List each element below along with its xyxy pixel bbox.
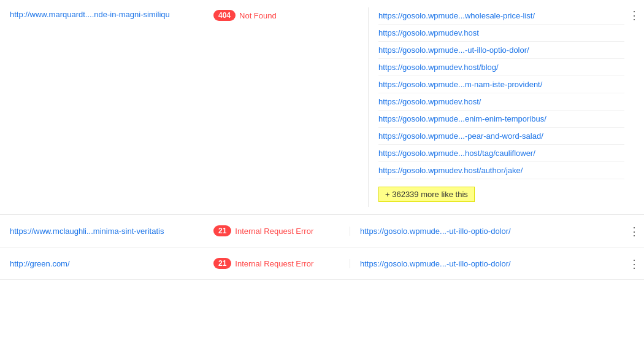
link-url[interactable]: https://gosolo.wpmudev.host/author/jake/ (378, 166, 523, 175)
kebab-menu-button[interactable]: ⋮ (626, 225, 643, 238)
row-url[interactable]: http://www.marquardt....nde-in-magni-sim… (10, 10, 170, 19)
link-item: https://gosolo.wpmude...host/tag/caulifl… (378, 145, 624, 162)
link-item: https://gosolo.wpmude...-ut-illo-optio-d… (378, 42, 624, 59)
left-section: http://www.marquardt....nde-in-magni-sim… (0, 7, 368, 23)
link-section: https://gosolo.wpmude...-ut-illo-optio-d… (350, 227, 624, 236)
link-item: https://gosolo.wpmude...enim-enim-tempor… (378, 111, 624, 128)
status-badge-404: 404 (213, 10, 236, 21)
link-item: https://gosolo.wpmudev.host/author/jake/ (378, 162, 624, 179)
status-badge-21: 21 (213, 258, 231, 269)
links-section: https://gosolo.wpmude...wholesale-price-… (368, 7, 624, 207)
link-item: https://gosolo.wpmude...-pear-and-word-s… (378, 128, 624, 145)
link-item: https://gosolo.wpmudev.host (378, 25, 624, 42)
link-section: https://gosolo.wpmude...-ut-illo-optio-d… (350, 259, 624, 268)
table-row: http://green.com/ 21 Internal Request Er… (0, 247, 644, 280)
status-badge-21: 21 (213, 225, 231, 236)
link-url[interactable]: https://gosolo.wpmudev.host (378, 28, 479, 37)
row-url[interactable]: http://green.com/ (10, 259, 70, 268)
row-actions: ⋮ (624, 7, 644, 22)
status-column: 21 Internal Request Error (209, 225, 350, 236)
table-row: http://www.marquardt....nde-in-magni-sim… (0, 0, 644, 215)
status-column: 21 Internal Request Error (209, 258, 350, 269)
url-column: http://green.com/ (0, 259, 209, 268)
url-column: https://www.mclaughli...minima-sint-veri… (0, 227, 209, 236)
badge-count: 21 (218, 227, 226, 235)
kebab-menu-button[interactable]: ⋮ (626, 257, 643, 271)
link-url[interactable]: https://gosolo.wpmudev.host/ (378, 97, 481, 106)
link-url[interactable]: https://gosolo.wpmude...-ut-illo-optio-d… (360, 227, 511, 236)
link-url[interactable]: https://gosolo.wpmude...host/tag/caulifl… (378, 149, 535, 158)
kebab-menu-button[interactable]: ⋮ (626, 9, 643, 22)
table-row: https://www.mclaughli...minima-sint-veri… (0, 215, 644, 247)
link-url[interactable]: https://gosolo.wpmudev.host/blog/ (378, 63, 499, 72)
row-actions: ⋮ (624, 223, 644, 238)
status-label: Not Found (239, 11, 277, 20)
row-url[interactable]: https://www.mclaughli...minima-sint-veri… (10, 227, 164, 236)
more-links-area: + 362339 more like this (378, 179, 624, 207)
status-label: Internal Request Error (235, 227, 313, 236)
link-url[interactable]: https://gosolo.wpmude...enim-enim-tempor… (378, 114, 546, 123)
badge-count: 21 (218, 259, 226, 268)
badge-count: 404 (218, 11, 231, 20)
link-url[interactable]: https://gosolo.wpmude...-pear-and-word-s… (378, 131, 543, 141)
row-actions: ⋮ (624, 256, 644, 271)
status-label: Internal Request Error (235, 259, 313, 268)
more-links-badge[interactable]: + 362339 more like this (378, 187, 475, 202)
url-column: http://www.marquardt....nde-in-magni-sim… (0, 10, 209, 19)
link-item: https://gosolo.wpmudev.host/ (378, 93, 624, 111)
link-item: https://gosolo.wpmudev.host/blog/ (378, 59, 624, 76)
main-table: http://www.marquardt....nde-in-magni-sim… (0, 0, 644, 361)
link-url[interactable]: https://gosolo.wpmude...-ut-illo-optio-d… (360, 259, 511, 268)
link-url[interactable]: https://gosolo.wpmude...-ut-illo-optio-d… (378, 45, 529, 55)
link-url[interactable]: https://gosolo.wpmude...wholesale-price-… (378, 11, 535, 20)
link-url[interactable]: https://gosolo.wpmude...m-nam-iste-provi… (378, 80, 542, 89)
status-column: 404 Not Found (209, 10, 282, 21)
link-item: https://gosolo.wpmude...wholesale-price-… (378, 7, 624, 25)
link-item: https://gosolo.wpmude...m-nam-iste-provi… (378, 76, 624, 93)
